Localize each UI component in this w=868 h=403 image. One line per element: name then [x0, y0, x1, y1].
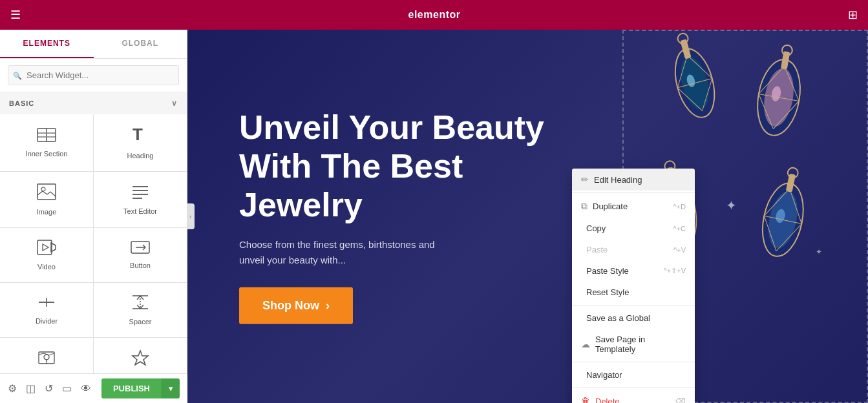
reset-style-label: Reset Style [586, 287, 629, 297]
publish-dropdown-button[interactable]: ▾ [162, 378, 180, 398]
widget-spacer[interactable]: Spacer [94, 283, 187, 337]
hero-heading: Unveil Your BeautyWith The Best Jewelry [239, 108, 575, 224]
edit-icon: ✏ [581, 174, 589, 185]
copy-label: Copy [586, 223, 606, 233]
widget-video[interactable]: Video [0, 228, 93, 282]
bottom-bar: ⚙ ◫ ↺ ▭ 👁 PUBLISH ▾ [0, 373, 187, 403]
star-icon [131, 349, 149, 370]
context-menu-paste: Paste ^+V [572, 239, 695, 260]
image-icon [37, 183, 56, 203]
publish-button[interactable]: PUBLISH [101, 378, 162, 398]
hero-content: Unveil Your BeautyWith The Best Jewelry … [239, 108, 575, 324]
hamburger-icon[interactable]: ☰ [10, 8, 21, 22]
widget-image[interactable]: Image [0, 172, 93, 227]
collapse-handle[interactable]: ‹ [187, 203, 195, 229]
context-menu-save-global-content: Save as a Global [581, 313, 650, 323]
svg-marker-35 [132, 351, 148, 365]
video-icon [37, 240, 56, 258]
widget-icon[interactable] [94, 338, 187, 373]
context-menu-navigator-content: Navigator [581, 370, 622, 380]
settings-icon[interactable]: ⚙ [8, 382, 17, 395]
svg-line-34 [49, 353, 54, 355]
search-input[interactable] [8, 65, 179, 85]
delete-icon: 🗑 [581, 396, 590, 403]
duplicate-icon: ⧉ [581, 201, 587, 212]
text-editor-icon [131, 184, 150, 202]
context-menu-delete-content: 🗑 Delete [581, 396, 620, 403]
sidebar: ELEMENTS GLOBAL BASIC ∨ [0, 30, 187, 403]
svg-line-32 [39, 353, 44, 355]
cloud-icon: ☁ [581, 339, 590, 349]
svg-point-31 [44, 355, 49, 360]
navigator-label: Navigator [586, 370, 622, 380]
layers-icon[interactable]: ◫ [26, 382, 36, 395]
context-menu-save-templately[interactable]: ☁ Save Page in Templately [572, 329, 695, 360]
separator-1 [572, 192, 695, 193]
shop-now-arrow-icon: › [326, 299, 330, 313]
delete-shortcut: ⌫ [675, 397, 686, 404]
button-icon [131, 241, 150, 256]
widget-map[interactable] [0, 338, 93, 373]
context-menu-paste-style-content: Paste Style [581, 266, 629, 276]
tab-global[interactable]: GLOBAL [94, 30, 187, 58]
shop-now-label: Shop Now [262, 299, 319, 313]
chevron-down-icon: ∨ [171, 99, 178, 108]
context-menu-paste-style[interactable]: Paste Style ^+⇧+V [572, 260, 695, 282]
svg-marker-15 [43, 244, 48, 251]
duplicate-label: Duplicate [593, 202, 628, 211]
widget-button-label: Button [130, 262, 151, 269]
context-menu-edit-heading-content: ✏ Edit Heading [581, 174, 642, 185]
delete-label: Delete [595, 397, 620, 404]
context-menu: ✏ Edit Heading ⧉ Duplicate ^+D Copy [572, 169, 695, 403]
widget-button[interactable]: Button [94, 228, 187, 282]
svg-point-8 [41, 187, 45, 191]
bottom-icons: ⚙ ◫ ↺ ▭ 👁 [8, 382, 91, 395]
widgets-grid: Inner Section T Heading [0, 114, 187, 373]
top-bar: ☰ elementor ⊞ [0, 0, 868, 30]
svg-rect-7 [37, 184, 56, 200]
widget-text-editor-label: Text Editor [123, 207, 157, 215]
section-header-basic[interactable]: BASIC ∨ [0, 92, 187, 114]
separator-3 [572, 362, 695, 362]
context-menu-reset-style[interactable]: Reset Style [572, 282, 695, 303]
section-label: BASIC [9, 99, 34, 107]
hero-subtext: Choose from the finest gems, birthstones… [239, 237, 575, 268]
grid-icon[interactable]: ⊞ [848, 8, 858, 22]
preview-icon[interactable]: 👁 [81, 383, 91, 395]
history-icon[interactable]: ↺ [45, 382, 53, 395]
inner-section-icon [37, 128, 56, 145]
tab-elements[interactable]: ELEMENTS [0, 30, 94, 58]
context-menu-navigator[interactable]: Navigator [572, 364, 695, 386]
edit-heading-label: Edit Heading [594, 175, 642, 185]
svg-text:✦: ✦ [816, 247, 822, 256]
widget-inner-section[interactable]: Inner Section [0, 114, 93, 171]
widget-spacer-label: Spacer [129, 318, 152, 326]
context-menu-paste-content: Paste [581, 245, 608, 254]
context-menu-save-templately-content: ☁ Save Page in Templately [581, 335, 686, 354]
app-title: elementor [408, 9, 461, 21]
context-menu-duplicate[interactable]: ⧉ Duplicate ^+D [572, 195, 695, 218]
context-menu-edit-heading[interactable]: ✏ Edit Heading [572, 169, 695, 191]
widget-heading-label: Heading [127, 152, 154, 160]
shop-now-button[interactable]: Shop Now › [239, 287, 353, 324]
context-menu-delete[interactable]: 🗑 Delete ⌫ [572, 390, 695, 403]
widget-inner-section-label: Inner Section [26, 150, 68, 158]
paste-label: Paste [586, 245, 608, 254]
svg-text:✦: ✦ [726, 198, 737, 212]
widget-divider[interactable]: Divider [0, 283, 93, 337]
context-menu-copy[interactable]: Copy ^+C [572, 218, 695, 239]
context-menu-save-global[interactable]: Save as a Global [572, 307, 695, 329]
svg-text:T: T [132, 126, 143, 144]
responsive-icon[interactable]: ▭ [62, 382, 72, 395]
widget-heading[interactable]: T Heading [94, 114, 187, 171]
main-layout: ELEMENTS GLOBAL BASIC ∨ [0, 30, 868, 403]
save-global-label: Save as a Global [586, 313, 650, 323]
context-menu-duplicate-content: ⧉ Duplicate [581, 201, 628, 212]
search-box [0, 59, 187, 92]
save-templately-label: Save Page in Templately [595, 335, 686, 354]
widget-text-editor[interactable]: Text Editor [94, 172, 187, 227]
widget-image-label: Image [37, 208, 57, 216]
duplicate-shortcut: ^+D [673, 203, 686, 211]
canvas-area: Unveil Your BeautyWith The Best Jewelry … [187, 30, 868, 403]
context-menu-reset-style-content: Reset Style [581, 287, 629, 297]
